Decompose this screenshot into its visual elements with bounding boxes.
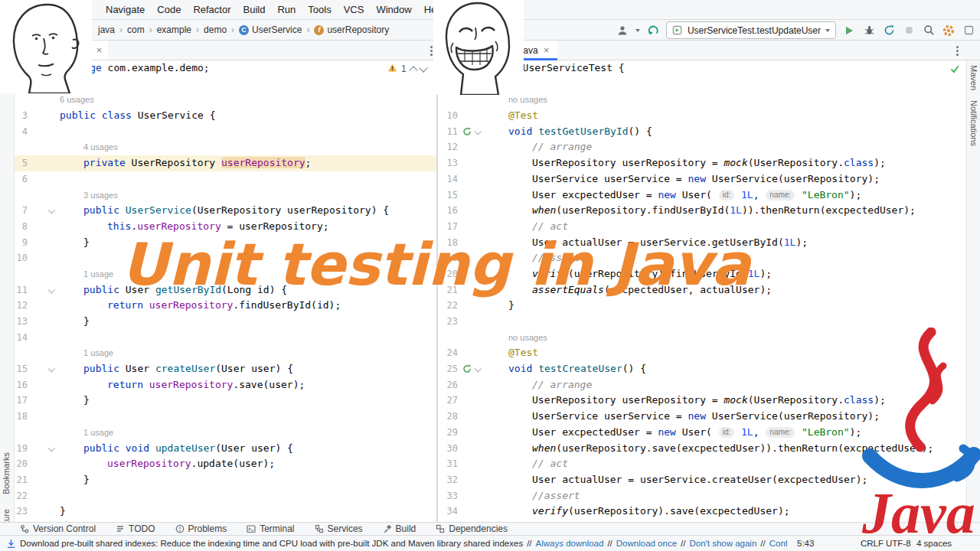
usages-hint[interactable]: 1 usage <box>83 269 113 279</box>
user-dropdown-arrow-icon[interactable] <box>635 29 640 32</box>
code-line[interactable]: 21} <box>14 472 436 488</box>
inlay-usages-row[interactable]: 1 usage <box>14 345 436 361</box>
code-text: public void updateUser(User user) { <box>60 441 436 457</box>
run-with-coverage-icon[interactable] <box>882 24 896 37</box>
fold-chevron-icon[interactable] <box>47 444 54 451</box>
run-test-icon[interactable] <box>462 364 472 373</box>
code-line[interactable]: 12// arrange <box>438 139 966 155</box>
toolwindow-tab-services[interactable]: Services <box>315 523 363 534</box>
fold-chevron-icon[interactable] <box>47 365 54 372</box>
breadcrumb-item-com[interactable]: com <box>127 24 145 35</box>
code-line[interactable]: 22} <box>438 298 966 314</box>
inlay-usages-row[interactable]: 4 usages <box>14 139 436 155</box>
code-line[interactable]: 14UserService userService = new UserServ… <box>438 171 966 187</box>
breadcrumb-item-userrepository[interactable]: fuserRepository <box>314 24 389 35</box>
code-line[interactable]: 16when(userRepository.findUserById(1L)).… <box>438 203 966 219</box>
user-account-icon[interactable] <box>616 24 629 37</box>
code-line[interactable]: 18 <box>14 409 436 425</box>
code-line[interactable]: 17} <box>14 393 436 409</box>
toolwindow-tab-problems[interactable]: Problems <box>175 523 227 534</box>
fold-chevron-icon[interactable] <box>475 127 482 134</box>
menu-item-run[interactable]: Run <box>271 4 302 15</box>
run-test-icon[interactable] <box>462 127 472 136</box>
usages-hint[interactable]: 6 usages <box>60 95 94 104</box>
code-line[interactable]: 15User excpectedUser = new User( id: 1L,… <box>438 187 966 204</box>
stripe-item-notifications[interactable]: Notifications <box>969 100 978 146</box>
toolwindow-tab-terminal[interactable]: Terminal <box>247 523 294 534</box>
breadcrumb-item-example[interactable]: example <box>157 24 191 35</box>
code-line[interactable]: 4 <box>14 124 436 140</box>
menu-item-window[interactable]: Window <box>370 4 417 15</box>
stripe-item-maven[interactable]: Maven <box>969 65 978 90</box>
breadcrumb-item-demo[interactable]: demo <box>204 24 227 35</box>
tab-options-kebab-icon[interactable] <box>430 46 433 57</box>
usages-hint[interactable]: no usages <box>508 95 547 104</box>
status-link-download-once[interactable]: Download once <box>616 539 677 548</box>
code-line[interactable]: 7public UserService(UserRepository userR… <box>14 203 436 219</box>
search-everywhere-icon[interactable] <box>922 24 936 37</box>
code-line[interactable]: 11void testGetUserById() { <box>438 124 966 140</box>
code-line[interactable]: 23} <box>14 504 436 520</box>
usages-hint[interactable]: 1 usage <box>83 348 113 357</box>
usages-hint[interactable]: no usages <box>508 333 547 342</box>
close-icon[interactable]: × <box>544 45 550 55</box>
run-button[interactable] <box>842 24 856 37</box>
tab-options-kebab-icon[interactable] <box>956 46 959 57</box>
toolwindow-tab-build[interactable]: Build <box>383 523 416 534</box>
menu-item-navigate[interactable]: Navigate <box>100 4 151 15</box>
fold-chevron-icon[interactable] <box>47 285 54 292</box>
status-link-configure-[interactable]: Configure... <box>769 539 787 548</box>
toolwindow-tab-version-control[interactable]: Version Control <box>20 523 96 534</box>
stripe-item-bookmarks[interactable]: Bookmarks <box>2 452 11 494</box>
usages-hint[interactable]: 3 usages <box>83 191 118 200</box>
run-configuration-select[interactable]: UserServiceTest.testUpdateUser <box>666 21 836 39</box>
usages-inlay-text: 1 usage <box>60 345 436 361</box>
status-link-don-t-show-again[interactable]: Don't show again <box>689 539 756 548</box>
code-line[interactable]: 19public void updateUser(User user) { <box>14 441 436 457</box>
code-line[interactable]: 13UserRepository userRepository = mock(U… <box>438 155 966 171</box>
caret-position[interactable]: 5:43 <box>797 539 814 548</box>
breadcrumb-item-userservice[interactable]: CUserService <box>239 24 302 35</box>
inspection-widget[interactable]: 1 <box>387 63 426 75</box>
settings-gear-icon[interactable] <box>942 24 956 37</box>
update-project-icon[interactable] <box>646 24 660 37</box>
usages-hint[interactable]: 4 usages <box>83 142 118 152</box>
code-line[interactable]: 14 <box>14 330 436 346</box>
window-layout-icon[interactable] <box>962 24 975 37</box>
code-line[interactable]: 10@Test <box>438 108 966 124</box>
no-problems-check-icon[interactable] <box>949 64 960 77</box>
code-line[interactable]: 22 <box>14 488 436 504</box>
menu-item-code[interactable]: Code <box>151 4 187 15</box>
code-line[interactable]: 5private UserRepository userRepository; <box>14 155 436 171</box>
code-token: @Test <box>508 109 538 121</box>
toolwindow-tab-todo[interactable]: TODO <box>116 523 155 534</box>
code-line[interactable]: 13} <box>14 314 436 330</box>
fold-chevron-icon[interactable] <box>475 365 482 372</box>
menu-item-vcs[interactable]: VCS <box>338 4 371 15</box>
inlay-usages-row[interactable]: 3 usages <box>14 187 436 204</box>
close-icon[interactable]: × <box>96 45 103 55</box>
menu-item-build[interactable]: Build <box>237 4 272 15</box>
code-line[interactable]: 15public User createUser(User user) { <box>14 361 436 377</box>
code-text <box>60 409 436 425</box>
menu-item-refactor[interactable]: Refactor <box>187 4 237 15</box>
code-line[interactable]: 3public class UserService { <box>14 108 436 124</box>
code-line[interactable]: 6 <box>14 171 436 187</box>
toolwindow-tab-dependencies[interactable]: Dependencies <box>436 523 508 534</box>
breadcrumb-item-java[interactable]: java <box>98 24 115 35</box>
inlay-usages-row[interactable]: 1 usage <box>14 425 436 441</box>
menu-item-tools[interactable]: Tools <box>302 4 337 15</box>
code-line[interactable]: 20userRepository.update(user); <box>14 456 436 472</box>
next-problem-icon[interactable] <box>419 64 427 72</box>
usages-hint[interactable]: 1 usage <box>83 428 113 437</box>
code-token: UserService userService = <box>532 173 688 184</box>
code-line[interactable]: 12return userRepository.findUserById(id)… <box>14 298 436 314</box>
status-link-always-download[interactable]: Always download <box>536 539 604 548</box>
code-token: UserService(userRepository); <box>706 173 880 184</box>
code-line[interactable]: 16return userRepository.save(user); <box>14 377 436 393</box>
code-token: public <box>83 363 119 374</box>
previous-problem-icon[interactable] <box>409 66 417 74</box>
debug-icon[interactable] <box>862 24 876 37</box>
fold-chevron-icon[interactable] <box>47 207 54 214</box>
inlay-usages-row[interactable]: 6 usages <box>14 92 436 108</box>
